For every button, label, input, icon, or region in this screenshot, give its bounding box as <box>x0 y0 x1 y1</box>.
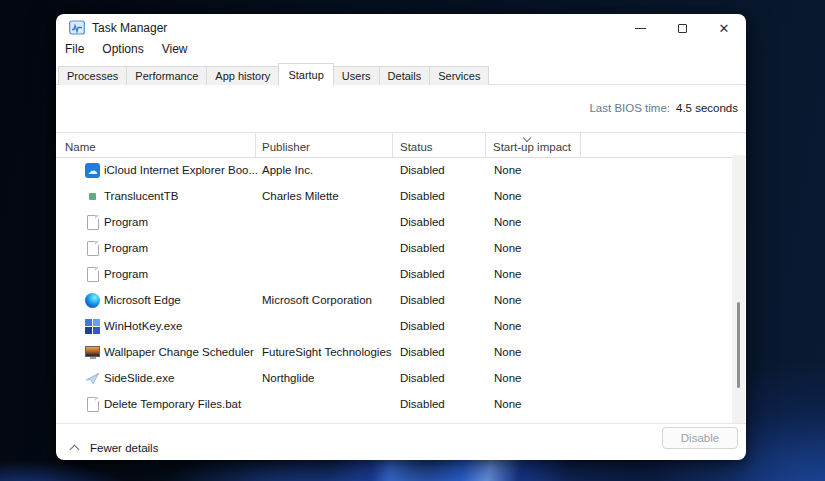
menu-file[interactable]: File <box>65 42 84 60</box>
row-status: Disabled <box>400 372 445 384</box>
tab-processes[interactable]: Processes <box>58 66 127 85</box>
column-separator[interactable] <box>392 133 393 157</box>
vertical-scrollbar[interactable] <box>732 155 745 423</box>
row-status: Disabled <box>400 242 445 254</box>
column-header-publisher[interactable]: Publisher <box>262 141 310 153</box>
menu-view[interactable]: View <box>162 42 188 60</box>
tab-services[interactable]: Services <box>429 66 489 85</box>
row-name: WinHotKey.exe <box>104 320 182 332</box>
title-bar[interactable]: Task Manager ✕ <box>56 14 746 41</box>
tab-details[interactable]: Details <box>379 66 431 85</box>
column-header-startup-impact[interactable]: Start-up impact <box>493 141 571 153</box>
startup-items-list: ☁ iCloud Internet Explorer Boo... Apple … <box>56 158 732 418</box>
row-status: Disabled <box>400 164 445 176</box>
column-separator[interactable] <box>580 133 581 157</box>
row-publisher: Northglide <box>262 372 314 384</box>
monitor-icon <box>85 346 100 357</box>
table-row[interactable]: Wallpaper Change Scheduler FutureSight T… <box>56 340 732 366</box>
row-status: Disabled <box>400 346 445 358</box>
edge-icon <box>85 293 100 308</box>
row-status: Disabled <box>400 268 445 280</box>
row-impact: None <box>494 268 522 280</box>
disable-button[interactable]: Disable <box>662 427 738 449</box>
row-status: Disabled <box>400 398 445 410</box>
row-name: Delete Temporary Files.bat <box>104 398 241 410</box>
table-row[interactable]: Program Disabled None <box>56 236 732 262</box>
row-publisher: Apple Inc. <box>262 164 313 176</box>
table-row[interactable]: Microsoft Edge Microsoft Corporation Dis… <box>56 288 732 314</box>
row-name: iCloud Internet Explorer Boo... <box>104 164 258 176</box>
row-publisher: FutureSight Technologies <box>262 346 392 358</box>
minimize-icon <box>635 28 646 29</box>
table-row[interactable]: Program Disabled None <box>56 210 732 236</box>
row-impact: None <box>494 398 522 410</box>
winhotkey-icon <box>85 319 100 334</box>
last-bios-time: Last BIOS time:4.5 seconds <box>589 102 738 114</box>
document-icon <box>87 241 99 256</box>
table-row[interactable]: Program Disabled None <box>56 262 732 288</box>
tab-users[interactable]: Users <box>333 66 380 85</box>
fewer-details-label: Fewer details <box>90 442 158 454</box>
paper-plane-icon <box>85 371 100 386</box>
footer-divider <box>56 423 746 424</box>
row-impact: None <box>494 320 522 332</box>
column-header-status[interactable]: Status <box>400 141 433 153</box>
sort-chevron-down-icon <box>524 135 531 142</box>
row-impact: None <box>494 346 522 358</box>
tab-app-history[interactable]: App history <box>206 66 279 85</box>
row-impact: None <box>494 190 522 202</box>
menu-bar: File Options View <box>65 42 188 60</box>
window-title: Task Manager <box>92 21 167 35</box>
column-separator[interactable] <box>485 133 486 157</box>
tab-startup[interactable]: Startup <box>278 63 333 86</box>
row-status: Disabled <box>400 320 445 332</box>
row-status: Disabled <box>400 190 445 202</box>
table-row[interactable]: SideSlide.exe Northglide Disabled None <box>56 366 732 392</box>
maximize-icon <box>678 24 687 33</box>
maximize-button[interactable] <box>667 15 697 41</box>
row-impact: None <box>494 372 522 384</box>
tab-strip: Processes Performance App history Startu… <box>56 64 746 85</box>
row-publisher: Microsoft Corporation <box>262 294 372 306</box>
close-button[interactable]: ✕ <box>709 15 739 41</box>
document-icon <box>87 215 99 230</box>
minimize-button[interactable] <box>625 15 655 41</box>
menu-options[interactable]: Options <box>102 42 143 60</box>
task-manager-icon <box>69 20 85 35</box>
bios-time-value: 4.5 seconds <box>676 102 738 114</box>
tab-performance[interactable]: Performance <box>126 66 207 85</box>
row-name: Program <box>104 216 148 228</box>
row-status: Disabled <box>400 294 445 306</box>
row-name: Program <box>104 268 148 280</box>
table-row[interactable]: ☁ iCloud Internet Explorer Boo... Apple … <box>56 158 732 184</box>
row-publisher: Charles Milette <box>262 190 339 202</box>
document-icon <box>87 397 99 412</box>
column-header-name[interactable]: Name <box>65 141 96 153</box>
scrollbar-thumb[interactable] <box>737 302 740 388</box>
bios-time-label: Last BIOS time: <box>589 102 670 114</box>
row-name: Microsoft Edge <box>104 294 181 306</box>
row-status: Disabled <box>400 216 445 228</box>
icloud-icon: ☁ <box>85 163 100 178</box>
row-impact: None <box>494 216 522 228</box>
chevron-up-icon <box>71 446 79 454</box>
document-icon <box>87 267 99 282</box>
row-impact: None <box>494 294 522 306</box>
column-separator[interactable] <box>255 133 256 157</box>
table-row[interactable]: TranslucentTB Charles Milette Disabled N… <box>56 184 732 210</box>
row-name: Wallpaper Change Scheduler <box>104 346 254 358</box>
table-row[interactable]: WinHotKey.exe Disabled None <box>56 314 732 340</box>
row-impact: None <box>494 164 522 176</box>
row-name: SideSlide.exe <box>104 372 174 384</box>
row-impact: None <box>494 242 522 254</box>
task-manager-window: Task Manager ✕ File Options View Process… <box>56 14 746 460</box>
row-name: Program <box>104 242 148 254</box>
header-top-line <box>56 132 746 133</box>
row-name: TranslucentTB <box>104 190 178 202</box>
table-row[interactable]: Delete Temporary Files.bat Disabled None <box>56 392 732 418</box>
fewer-details-toggle[interactable]: Fewer details <box>71 442 158 454</box>
